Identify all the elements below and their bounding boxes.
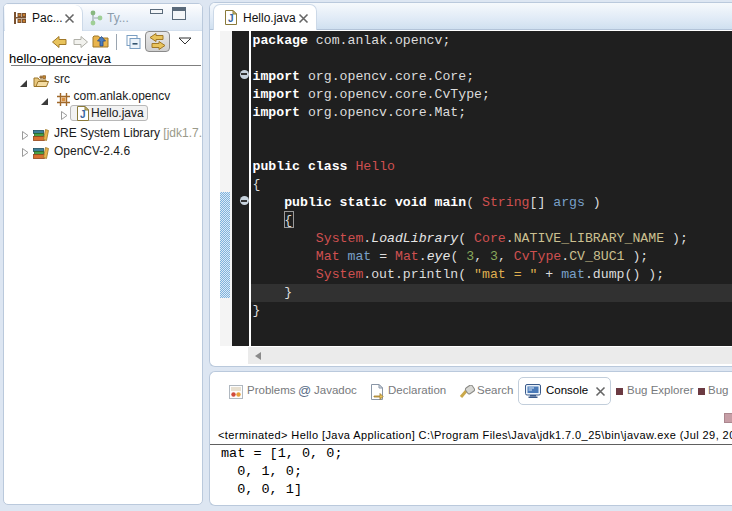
svg-text:J: J xyxy=(80,109,86,120)
svg-text:J: J xyxy=(228,13,234,24)
